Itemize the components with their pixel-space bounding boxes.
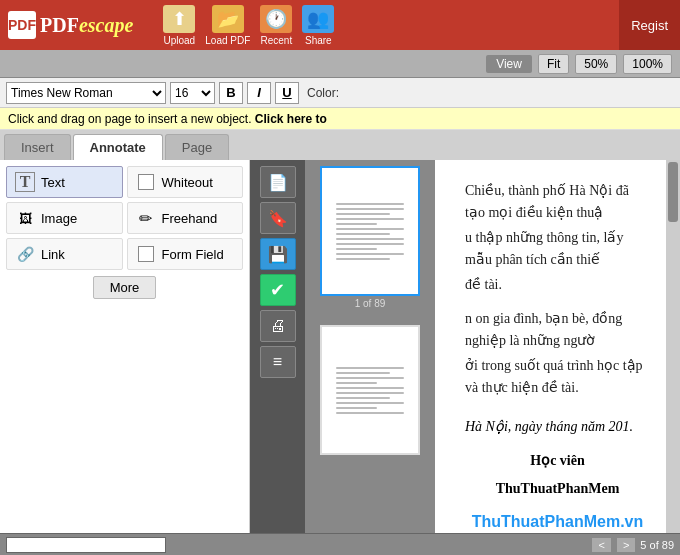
freehand-tool-icon: ✏ [136,208,156,228]
thumbnail-label-1: 1 of 89 [355,298,386,309]
logo-area: PDF PDFescape [8,11,133,39]
fit-button[interactable]: Fit [538,54,569,74]
image-tool[interactable]: 🖼 Image [6,202,123,234]
instruction-text: Click and drag on page to insert a new o… [8,112,251,126]
nav-prev-button[interactable]: < [591,537,611,553]
main-area: T Text Whiteout 🖼 Image ✏ [0,160,680,533]
share-icon: 👥 [302,5,334,33]
logo-pdf-text: PDF [8,17,36,33]
upload-icon: ⬆ [163,5,195,33]
share-button[interactable]: 👥 Share [302,5,334,46]
header: PDF PDFescape ⬆ Upload 📂 Load PDF 🕐 Rece… [0,0,680,50]
bold-button[interactable]: B [219,82,243,104]
pdf-page: Chiều, thành phố Hà Nội đã tạo mọi điều … [435,160,680,533]
thumbnail-page-2 [320,325,420,455]
tab-page[interactable]: Page [165,134,229,160]
sidebar-bookmark[interactable]: 🔖 [260,202,296,234]
image-tool-icon: 🖼 [15,208,35,228]
nav-next-button[interactable]: > [616,537,636,553]
more-button[interactable]: More [93,276,157,299]
recent-button[interactable]: 🕐 Recent [260,5,292,46]
new-doc-icon: 📄 [268,173,288,192]
pdf-scrollbar[interactable] [666,160,680,533]
view-toolbar: View Fit 50% 100% [0,50,680,78]
formfield-tool-label: Form Field [162,247,224,262]
font-toolbar: Times New Roman 16 B I U Color: [0,78,680,108]
scroll-thumb[interactable] [668,162,678,222]
italic-button[interactable]: I [247,82,271,104]
tool-panel: T Text Whiteout 🖼 Image ✏ [0,160,250,533]
save-icon: 💾 [268,245,288,264]
sidebar-print[interactable]: 🖨 [260,310,296,342]
watermark: ThuThuatPhanMem.vn [472,513,644,531]
formfield-tool[interactable]: Form Field [127,238,244,270]
pdf-line-1: Chiều, thành phố Hà Nội đã tạo mọi điều … [465,180,650,225]
status-nav: < > 5 of 89 [591,537,674,553]
pages-icon: ≡ [273,353,282,371]
instruction-bold: Click here to [255,112,327,126]
load-icon: 📂 [212,5,244,33]
bookmark-icon: 🔖 [268,209,288,228]
pdf-line-4: n on gia đình, bạn bè, đồng nghiệp là nh… [465,308,650,353]
formfield-tool-icon [136,244,156,264]
upload-label: Upload [163,35,195,46]
share-label: Share [305,35,332,46]
check-icon: ✔ [270,279,285,301]
freehand-tool-label: Freehand [162,211,218,226]
whiteout-tool-icon [136,172,156,192]
search-input[interactable] [11,539,151,551]
thumbnail-2[interactable] [320,325,420,455]
pdf-line-5: ởi trong suốt quá trình học tập và thực … [465,355,650,400]
instruction-bar: Click and drag on page to insert a new o… [0,108,680,130]
logo-icon: PDF [8,11,36,39]
sidebar-new-doc[interactable]: 📄 [260,166,296,198]
font-size-select[interactable]: 16 [170,82,215,104]
tab-insert[interactable]: Insert [4,134,71,160]
text-tool-icon: T [15,172,35,192]
underline-button[interactable]: U [275,82,299,104]
load-label: Load PDF [205,35,250,46]
sidebar: 📄 🔖 💾 ✔ 🖨 ≡ [250,160,305,533]
logo-escape: escape [79,14,133,36]
pdf-author: ThuThuatPhanMem [465,478,650,500]
thumb-lines-2 [330,356,410,425]
load-pdf-button[interactable]: 📂 Load PDF [205,5,250,46]
upload-button[interactable]: ⬆ Upload [163,5,195,46]
header-tools: ⬆ Upload 📂 Load PDF 🕐 Recent 👥 Share [163,5,334,46]
register-label: Regist [631,18,668,33]
page-indicator: 5 of 89 [640,539,674,551]
pdf-line-2: u thập những thông tin, lấy mẫu phân tíc… [465,227,650,272]
pdf-hoc-vien: Học viên [465,450,650,472]
freehand-tool[interactable]: ✏ Freehand [127,202,244,234]
pdf-date-line: Hà Nội, ngày tháng năm 201. [465,416,650,438]
size-100-button[interactable]: 100% [623,54,672,74]
link-tool-label: Link [41,247,65,262]
link-tool-icon: 🔗 [15,244,35,264]
color-label: Color: [307,86,339,100]
recent-icon: 🕐 [260,5,292,33]
view-button[interactable]: View [486,55,532,73]
thumbnail-page-1 [320,166,420,296]
sidebar-pages[interactable]: ≡ [260,346,296,378]
text-tool-label: Text [41,175,65,190]
sidebar-check[interactable]: ✔ [260,274,296,306]
tab-bar: Insert Annotate Page [0,130,680,160]
tool-grid: T Text Whiteout 🖼 Image ✏ [6,166,243,270]
whiteout-tool[interactable]: Whiteout [127,166,244,198]
thumb-lines-1 [330,192,410,271]
font-family-select[interactable]: Times New Roman [6,82,166,104]
search-box [6,537,166,553]
register-area: Regist [619,0,680,50]
sidebar-save[interactable]: 💾 [260,238,296,270]
print-icon: 🖨 [270,317,286,335]
whiteout-tool-label: Whiteout [162,175,213,190]
text-tool[interactable]: T Text [6,166,123,198]
tab-annotate[interactable]: Annotate [73,134,163,160]
size-50-button[interactable]: 50% [575,54,617,74]
thumbnail-1[interactable]: ➤ [309,166,431,309]
logo-text: PDFescape [40,14,133,37]
link-tool[interactable]: 🔗 Link [6,238,123,270]
thumbnail-panel: ➤ [305,160,435,533]
thumb-container-wrapper: ➤ [309,166,431,309]
status-bar: < > 5 of 89 [0,533,680,555]
